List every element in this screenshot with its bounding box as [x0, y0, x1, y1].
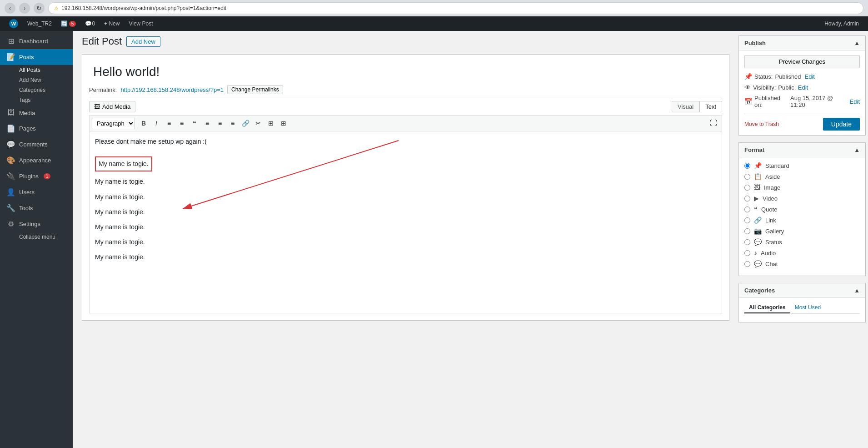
published-label: Published on: [754, 95, 788, 108]
expand-button[interactable]: ⛶ [708, 117, 719, 129]
browser-bar: ‹ › ↻ ⚠ 192.168.158.248/wordpress/wp-adm… [0, 0, 868, 16]
back-button[interactable]: ‹ [5, 3, 15, 14]
sidebar-item-comments[interactable]: 💬 Comments [0, 136, 73, 152]
posts-icon: 📝 [6, 53, 15, 61]
sidebar-item-settings[interactable]: ⚙ Settings [0, 216, 73, 232]
insert-link-button[interactable]: 🔗 [239, 117, 251, 129]
format-option-standard: 📌 Standard [744, 162, 860, 169]
add-media-button[interactable]: 🖼 Add Media [89, 101, 135, 112]
align-left-button[interactable]: ≡ [201, 117, 213, 129]
editor-toolbar-row: 🖼 Add Media Visual Text [89, 101, 722, 112]
publish-box-header[interactable]: Publish ▲ [739, 36, 865, 50]
comments-item[interactable]: 💬 0 [80, 16, 100, 31]
plugins-badge: 1 [44, 173, 51, 179]
format-radio-quote[interactable] [744, 206, 750, 212]
admin-bar-right: Howdy, Admin [824, 20, 863, 27]
sidebar-item-posts[interactable]: 📝 Posts [0, 49, 73, 65]
visibility-value: Public [778, 84, 794, 91]
sidebar-label-posts: Posts [19, 54, 34, 60]
post-editor: Permalink: http://192.168.158.248/wordpr… [82, 54, 729, 321]
categories-box-content: All Categories Most Used [739, 298, 865, 322]
sidebar-item-tools[interactable]: 🔧 Tools [0, 200, 73, 216]
paragraph-select[interactable]: Paragraph Heading 1 Heading 2 [92, 118, 135, 129]
ordered-list-button[interactable]: ≡ [176, 117, 188, 129]
sidebar-item-pages[interactable]: 📄 Pages [0, 121, 73, 136]
unlink-button[interactable]: ✂ [252, 117, 264, 129]
status-value: Published [775, 73, 801, 80]
align-right-button[interactable]: ≡ [227, 117, 239, 129]
status-edit-link[interactable]: Edit [805, 73, 815, 80]
link-label: Link [765, 217, 776, 224]
text-tab[interactable]: Text [699, 101, 722, 112]
url-bar[interactable]: ⚠ 192.168.158.248/wordpress/wp-admin/pos… [48, 2, 863, 14]
bold-button[interactable]: B [138, 117, 150, 129]
categories-box-header[interactable]: Categories ▲ [739, 283, 865, 298]
content-line-5: My name is togie. [95, 237, 716, 248]
move-to-trash-link[interactable]: Move to Trash [744, 121, 779, 127]
unordered-list-button[interactable]: ≡ [163, 117, 175, 129]
updates-item[interactable]: 🔄 5 [56, 16, 81, 31]
visibility-label: Visibility: [753, 84, 776, 91]
format-radio-audio[interactable] [744, 250, 750, 256]
format-radio-image[interactable] [744, 185, 750, 191]
view-post-item[interactable]: View Post [124, 16, 157, 31]
all-categories-tab[interactable]: All Categories [744, 302, 790, 313]
status-format-icon: 💬 [754, 238, 762, 246]
security-warning-icon: ⚠ [54, 5, 59, 11]
published-icon: 📅 [744, 98, 752, 105]
align-center-button[interactable]: ≡ [214, 117, 226, 129]
update-button[interactable]: Update [823, 118, 860, 131]
sidebar-item-plugins[interactable]: 🔌 Plugins 1 [0, 168, 73, 184]
format-radio-video[interactable] [744, 196, 750, 201]
site-name-item[interactable]: Web_TR2 [23, 16, 56, 31]
sidebar-label-media: Media [19, 110, 35, 116]
sidebar-sub-all-posts[interactable]: All Posts [0, 65, 73, 75]
published-edit-link[interactable]: Edit [850, 98, 860, 105]
forward-button[interactable]: › [19, 3, 30, 14]
status-label: Status: [754, 73, 773, 80]
new-item[interactable]: + New [100, 16, 124, 31]
post-title-input[interactable] [89, 61, 722, 82]
publish-title: Publish [744, 40, 766, 46]
permalink-label: Permalink: [89, 86, 117, 93]
content-line-6: My name is togie. [95, 252, 716, 263]
content-line-4: My name is togie. [95, 221, 716, 233]
preview-changes-button[interactable]: Preview Changes [744, 55, 860, 68]
wp-logo-item[interactable]: W [5, 16, 23, 31]
wp-admin-bar: W Web_TR2 🔄 5 💬 0 + New View Post Howdy,… [0, 16, 868, 31]
format-radio-gallery[interactable] [744, 228, 750, 234]
sidebar-item-users[interactable]: 👤 Users [0, 184, 73, 200]
wp-layout: ⊞ Dashboard 📝 Posts All Posts Add New Ca… [0, 31, 868, 448]
audio-icon: ♪ [754, 249, 757, 257]
sidebar-sub-categories[interactable]: Categories [0, 85, 73, 95]
italic-button[interactable]: I [150, 117, 162, 129]
format-radio-standard[interactable] [744, 163, 750, 169]
sidebar-sub-tags[interactable]: Tags [0, 95, 73, 105]
insert-grid-button[interactable]: ⊞ [278, 117, 289, 129]
change-permalinks-button[interactable]: Change Permalinks [227, 85, 283, 94]
visual-tab[interactable]: Visual [672, 101, 699, 112]
format-radio-aside[interactable] [744, 174, 750, 180]
sidebar-sub-add-new[interactable]: Add New [0, 75, 73, 85]
visibility-edit-link[interactable]: Edit [798, 84, 808, 91]
editor-content[interactable]: Please dont make me setup wp again :( My… [89, 131, 722, 313]
most-used-tab[interactable]: Most Used [790, 302, 825, 313]
blockquote-button[interactable]: ❝ [189, 117, 200, 129]
reload-button[interactable]: ↻ [34, 3, 45, 14]
sidebar-collapse-menu[interactable]: Collapse menu [0, 232, 73, 242]
content-line-2: My name is togie. [95, 191, 716, 203]
format-box-header[interactable]: Format ▲ [739, 143, 865, 157]
format-radio-chat[interactable] [744, 261, 750, 267]
categories-title: Categories [744, 287, 775, 294]
permalink-link[interactable]: http://192.168.158.248/wordpress/?p=1 [120, 86, 224, 93]
sidebar-item-media[interactable]: 🖼 Media [0, 105, 73, 121]
format-radio-status[interactable] [744, 239, 750, 245]
publish-box: Publish ▲ Preview Changes 📌 Status: Publ… [738, 35, 866, 136]
wp-logo: W [9, 19, 18, 28]
sidebar-item-appearance[interactable]: 🎨 Appearance [0, 152, 73, 168]
sidebar-item-dashboard[interactable]: ⊞ Dashboard [0, 33, 73, 49]
add-new-button[interactable]: Add New [126, 36, 160, 47]
insert-table-button[interactable]: ⊞ [265, 117, 277, 129]
format-radio-link[interactable] [744, 217, 750, 223]
status-format-label: Status [765, 239, 782, 246]
